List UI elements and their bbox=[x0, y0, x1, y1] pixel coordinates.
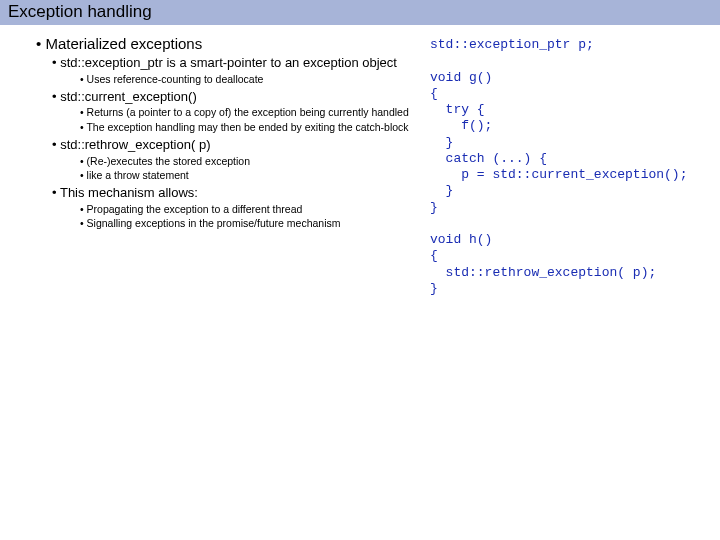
item-text: std::current_exception() bbox=[66, 90, 422, 105]
subitem-text: Signalling exceptions in the promise/fut… bbox=[92, 217, 422, 230]
slide-title: Exception handling bbox=[8, 2, 152, 21]
subitem-text: The exception handling may then be ended… bbox=[92, 121, 422, 134]
code-block: std::exception_ptr p; void g() { try { f… bbox=[430, 37, 702, 297]
list-item: std::exception_ptr is a smart-pointer to… bbox=[22, 56, 422, 86]
bullet-icon bbox=[36, 35, 45, 52]
subitem-text: Returns (a pointer to a copy of) the exc… bbox=[92, 106, 422, 119]
slide-title-bar: Exception handling bbox=[0, 0, 720, 25]
item-text: std::rethrow_exception( p) bbox=[66, 138, 422, 153]
list-item: This mechanism allows: Propagating the e… bbox=[22, 186, 422, 230]
item-text: std::exception_ptr is a smart-pointer to… bbox=[66, 56, 422, 71]
bullet-list: std::exception_ptr is a smart-pointer to… bbox=[22, 56, 422, 230]
heading-text: Materialized exceptions bbox=[45, 35, 202, 52]
section-heading: Materialized exceptions bbox=[36, 35, 422, 52]
slide-content: Materialized exceptions std::exception_p… bbox=[0, 25, 720, 305]
list-item: std::current_exception() Returns (a poin… bbox=[22, 90, 422, 134]
left-column: Materialized exceptions std::exception_p… bbox=[22, 35, 422, 297]
item-text: This mechanism allows: bbox=[66, 186, 422, 201]
right-column: std::exception_ptr p; void g() { try { f… bbox=[422, 35, 702, 297]
subitem-text: (Re-)executes the stored exception bbox=[92, 155, 422, 168]
list-item: std::rethrow_exception( p) (Re-)executes… bbox=[22, 138, 422, 182]
subitem-text: Propagating the exception to a different… bbox=[92, 203, 422, 216]
subitem-text: like a throw statement bbox=[92, 169, 422, 182]
subitem-text: Uses reference-counting to deallocate bbox=[92, 73, 422, 86]
